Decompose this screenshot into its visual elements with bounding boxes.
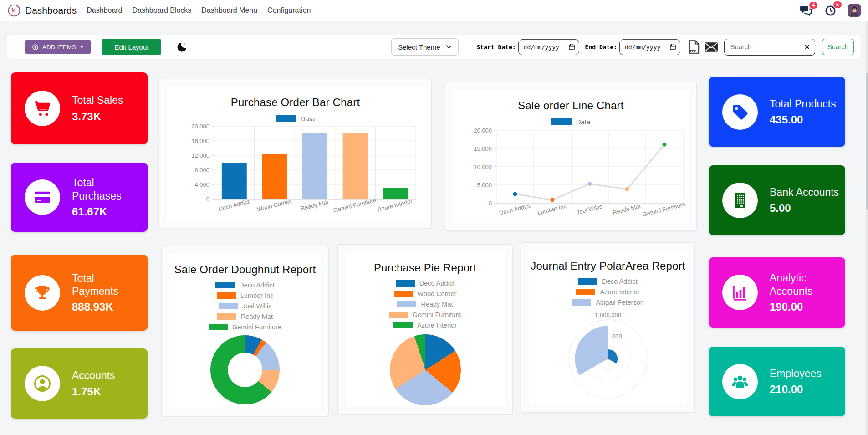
menu-item-configuration[interactable]: Configuration xyxy=(267,6,311,15)
edit-layout-button[interactable]: Edit Layout xyxy=(102,39,161,55)
legend-item-joel-willis[interactable]: Joel Willis xyxy=(219,302,271,310)
legend-item-wood-corner[interactable]: Wood Corner xyxy=(394,290,457,297)
purchase-order-bar-chart-card: Purchase Order Bar Chart Data 04,0008,00… xyxy=(159,79,432,228)
svg-text:Ready Mat: Ready Mat xyxy=(612,203,641,216)
people-icon xyxy=(722,364,758,399)
kpi-card-total-sales[interactable]: Total Sales3.73K xyxy=(11,72,148,144)
legend-item-ready-mat[interactable]: Ready Mat xyxy=(217,313,273,320)
dark-mode-toggle[interactable] xyxy=(176,41,188,53)
export-pdf-button[interactable]: PDF xyxy=(689,40,700,54)
legend-swatch xyxy=(389,312,408,318)
legend-label: Wood Corner xyxy=(418,290,457,297)
legend-label: Ready Mat xyxy=(421,301,453,308)
svg-text:0: 0 xyxy=(488,200,491,207)
start-date-label: Start Date: xyxy=(477,44,516,51)
legend-item-lumber-inc[interactable]: Lumber Inc xyxy=(217,292,274,299)
bar-chart-legend[interactable]: Data xyxy=(276,115,315,123)
doughnut-title: Sale Order Doughnut Report xyxy=(174,263,316,276)
legend-label: Deco Addict xyxy=(419,280,454,287)
svg-text:1,000,000: 1,000,000 xyxy=(595,312,621,318)
start-date-input-wrap xyxy=(518,39,579,55)
search-input[interactable] xyxy=(730,43,802,51)
menu-item-dashboard-menu[interactable]: Dashboard Menu xyxy=(201,6,257,15)
kpi-value: 888.93K xyxy=(72,301,143,313)
trophy-icon xyxy=(25,275,60,311)
legend-label: Azure Interior xyxy=(600,288,639,296)
doughnut-panel: Sale Order Doughnut Report Deco AddictLu… xyxy=(169,254,321,408)
person-icon xyxy=(25,366,60,401)
building-icon xyxy=(722,183,758,218)
legend-item-deco-addict[interactable]: Deco Addict xyxy=(396,280,454,287)
doughnut-chart xyxy=(210,335,280,404)
kpi-card-total-payments[interactable]: Total Payments888.93K xyxy=(11,255,148,331)
legend-item-gemini-furniture[interactable]: Gemini Furniture xyxy=(209,323,281,331)
legend-swatch xyxy=(396,280,415,287)
pie-panel: Purchase Pie Report Deco AddictWood Corn… xyxy=(346,252,505,406)
menu-item-dashboard[interactable]: Dashboard xyxy=(87,6,122,15)
legend-item-ready-mat[interactable]: Ready Mat xyxy=(397,301,453,308)
pie-chart xyxy=(390,334,461,405)
legend-swatch xyxy=(219,303,238,309)
select-theme-label: Select Theme xyxy=(398,43,440,51)
svg-text:20,000: 20,000 xyxy=(191,123,209,130)
start-date-input[interactable] xyxy=(523,43,567,51)
svg-text:000: 000 xyxy=(612,333,622,340)
svg-text:Wood Corner: Wood Corner xyxy=(256,198,292,213)
legend-item-gemini-furniture[interactable]: Gemini Furniture xyxy=(389,311,462,318)
legend-swatch xyxy=(397,301,416,307)
kpi-card-total-purchases[interactable]: Total Purchases61.67K xyxy=(11,163,148,232)
dashboard-toolbar: ADD ITEMS Edit Layout Select Theme Start… xyxy=(7,35,861,59)
svg-text:Ready Mat: Ready Mat xyxy=(300,199,329,212)
cart-icon xyxy=(25,91,60,126)
legend-swatch xyxy=(551,118,572,125)
legend-label: Azure Interior xyxy=(417,322,457,329)
activities-icon[interactable]: 5 xyxy=(825,5,836,16)
legend-label: Ready Mat xyxy=(241,313,273,320)
search-button[interactable]: Search xyxy=(822,39,854,55)
send-mail-button[interactable] xyxy=(704,42,718,52)
polar-legend: Deco AddictAzure InteriorAbigail Peterso… xyxy=(572,278,644,306)
polar-panel: Journal Entry PolarArea Report Deco Addi… xyxy=(529,251,687,404)
kpi-value: 61.67K xyxy=(72,205,143,218)
kpi-card-accounts[interactable]: Accounts1.75K xyxy=(11,348,148,419)
sale-order-line-chart-card: Sale order Line Chart Data 05,00010,0001… xyxy=(445,82,697,231)
legend-swatch xyxy=(393,322,413,328)
bar-chart-panel: Purchase Order Bar Chart Data 04,0008,00… xyxy=(167,87,424,220)
legend-item-deco-addict[interactable]: Deco Addict xyxy=(578,278,637,285)
kpi-card-bank-accounts[interactable]: Bank Accounts5.00 xyxy=(709,165,845,235)
top-navbar: Dashboards DashboardDashboard BlocksDash… xyxy=(0,0,868,21)
end-date-input-wrap xyxy=(619,39,680,55)
polar-area-chart: 1,000,000000 xyxy=(553,306,663,404)
messages-icon[interactable]: 4 xyxy=(800,5,812,16)
plus-circle-icon xyxy=(32,44,39,51)
pdf-file-icon: PDF xyxy=(689,40,700,54)
kpi-card-total-products[interactable]: Total Products435.00 xyxy=(709,77,845,147)
menu-item-dashboard-blocks[interactable]: Dashboard Blocks xyxy=(133,6,192,15)
kpi-card-analytic-accounts[interactable]: Analytic Accounts190.00 xyxy=(709,257,845,328)
legend-item-azure-interior[interactable]: Azure Interior xyxy=(393,322,457,329)
calendar-icon[interactable] xyxy=(569,44,575,50)
legend-item-azure-interior[interactable]: Azure Interior xyxy=(576,288,639,296)
messages-badge: 4 xyxy=(809,2,817,9)
kpi-value: 190.00 xyxy=(770,301,841,313)
legend-item-deco-addict[interactable]: Deco Addict xyxy=(215,281,274,289)
legend-label: Lumber Inc xyxy=(240,292,274,299)
legend-item-abigail-peterson[interactable]: Abigail Peterson xyxy=(572,299,644,306)
svg-text:16,000: 16,000 xyxy=(191,138,209,144)
end-date-input[interactable] xyxy=(624,43,668,51)
app-logo-icon[interactable] xyxy=(7,4,21,17)
legend-swatch xyxy=(572,299,591,306)
scrollbar-thumb[interactable] xyxy=(866,73,868,210)
bar-chart-icon xyxy=(722,275,758,310)
bar-chart: 04,0008,00012,00016,00020,000Deco Addict… xyxy=(171,123,420,220)
user-avatar[interactable] xyxy=(848,4,861,17)
clear-search-icon[interactable]: ✕ xyxy=(804,43,810,51)
kpi-card-employees[interactable]: Employees210.00 xyxy=(709,347,845,416)
line-chart-legend[interactable]: Data xyxy=(551,118,591,126)
add-items-button[interactable]: ADD ITEMS xyxy=(25,40,91,54)
svg-text:Deco Addict: Deco Addict xyxy=(498,202,531,216)
select-theme-dropdown[interactable]: Select Theme xyxy=(391,38,458,56)
calendar-icon[interactable] xyxy=(670,44,676,50)
svg-text:0: 0 xyxy=(206,196,209,203)
kpi-value: 210.00 xyxy=(770,383,822,396)
